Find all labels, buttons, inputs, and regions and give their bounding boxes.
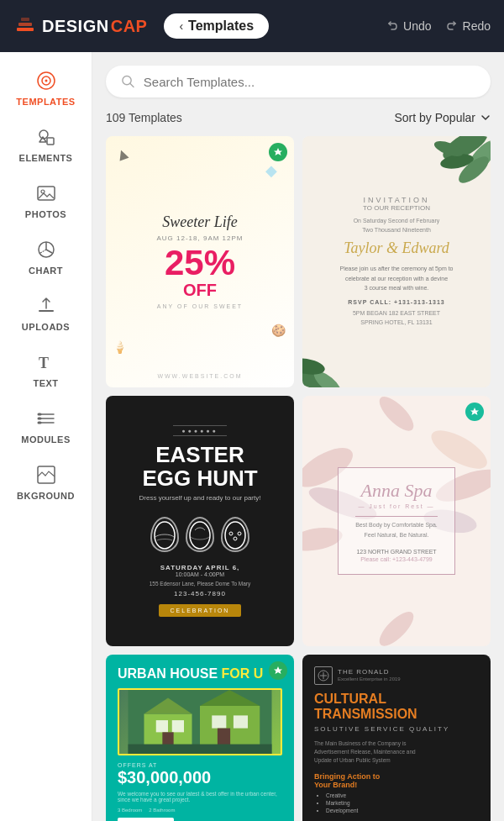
templates-label: TEMPLATES (16, 97, 75, 107)
deco-popsicle: 🍦 (113, 340, 127, 354)
card-1-content: Sweeter Life AUG 12-18, 9AM 12PM 25% OFF… (156, 213, 243, 309)
card-4-address: 123 NORTH GRAND STREET (355, 547, 438, 556)
list-item-marketing: Marketing (326, 800, 479, 806)
uploads-label: UPLOADS (22, 322, 70, 332)
template-card-easter[interactable]: ●●●●●● EASTEREGG HUNT Dress yourself up … (106, 396, 294, 647)
card-4-body: Best Body by Comfortable Spa. Feel Natur… (355, 520, 438, 540)
svg-rect-50 (212, 715, 226, 728)
svg-rect-52 (218, 729, 230, 746)
egg-1 (150, 517, 179, 552)
card-1-footer: WWW.WEBSITE.COM (157, 373, 242, 379)
modules-icon (34, 407, 58, 430)
card-3-top-tag: ●●●●●● (173, 425, 226, 436)
eggs-row (150, 517, 249, 552)
list-item-development: Development (326, 808, 479, 813)
card-1-title: Sweeter Life (156, 213, 243, 231)
invitation-leaves-bottom (302, 337, 386, 387)
sidebar-item-photos[interactable]: PHOTOS (0, 171, 92, 228)
sidebar-item-bkground[interactable]: BKGROUND (0, 453, 92, 509)
invitation-leaves-top (390, 136, 491, 203)
template-card-anna-spa[interactable]: Anna Spa — Just for Rest — Best Body by … (302, 396, 491, 647)
sidebar-item-modules[interactable]: MODULES (0, 397, 92, 453)
chevron-down-icon (480, 113, 491, 123)
svg-rect-11 (39, 310, 54, 312)
sidebar-item-text[interactable]: T TEXT (0, 340, 92, 397)
card-1-sub: ANY OF OUR SWEET (156, 303, 243, 309)
templates-icon (34, 69, 58, 92)
svg-point-5 (45, 80, 47, 82)
card-2-content: Invitation TO OUR RECEPTION On Saturday … (339, 196, 453, 327)
card-3-phone: 123-456-7890 (174, 590, 226, 597)
svg-rect-8 (38, 187, 55, 200)
content-area: 109 Templates Sort by Popular ▲ ◆ 🍦 🍪 (92, 52, 504, 821)
template-grid: ▲ ◆ 🍦 🍪 Sweeter Life AUG 12-18, 9AM 12PM… (106, 136, 491, 821)
card-6-enterprise: Excellent Enterprise in 2019 (338, 676, 401, 683)
back-to-templates-btn[interactable]: ‹ Templates (164, 13, 269, 39)
list-item-creative: Creative (326, 792, 479, 798)
card-2-date-text: On Saturday Second of FebruaryTwo Thousa… (339, 217, 453, 234)
svg-rect-1 (18, 23, 32, 26)
template-card-cultural[interactable]: THE RONALD Excellent Enterprise in 2019 … (302, 655, 491, 821)
card-6-brand-name: THE RONALD (338, 668, 401, 676)
card-6-action: Bringing Action toYour Brand! Creative M… (314, 772, 479, 815)
sidebar-item-chart[interactable]: CHART (0, 228, 92, 284)
card-1-date: AUG 12-18, 9AM 12PM (156, 234, 243, 242)
sidebar: TEMPLATES ELEMENTS PHOTOS (0, 52, 92, 821)
undo-button[interactable]: Undo (386, 19, 431, 33)
photos-label: PHOTOS (25, 209, 66, 219)
logo[interactable]: DESIGNCAP (13, 14, 147, 38)
card-2-invite-heading: Invitation (339, 196, 453, 204)
amenity-bathroom: 2 Bathroom (149, 808, 175, 813)
chart-label: CHART (29, 266, 63, 276)
sidebar-item-templates[interactable]: TEMPLATES (0, 59, 92, 115)
template-card-urban-house[interactable]: URBAN HOUSE FOR U (106, 655, 294, 821)
logo-design-text: DESIGN (42, 17, 109, 36)
sidebar-item-uploads[interactable]: UPLOADS (0, 284, 92, 340)
bkground-label: BKGROUND (17, 491, 75, 501)
card-4-box: Anna Spa — Just for Rest — Best Body by … (338, 467, 455, 575)
sort-button[interactable]: Sort by Popular (395, 111, 491, 124)
egg-2 (186, 517, 214, 552)
chart-icon (34, 238, 58, 261)
svg-point-41 (375, 396, 419, 436)
redo-button[interactable]: Redo (445, 19, 491, 33)
search-bar[interactable] (106, 66, 491, 97)
card-6-brand-info: THE RONALD Excellent Enterprise in 2019 (338, 668, 401, 683)
modules-label: MODULES (21, 434, 71, 445)
template-card-sweeter-life[interactable]: ▲ ◆ 🍦 🍪 Sweeter Life AUG 12-18, 9AM 12PM… (106, 136, 294, 387)
elements-label: ELEMENTS (19, 153, 73, 163)
main-layout: TEMPLATES ELEMENTS PHOTOS (0, 52, 504, 821)
card-6-list: Creative Marketing Development (314, 792, 479, 813)
svg-point-32 (229, 532, 233, 535)
app-header: DESIGNCAP ‹ Templates Undo Redo (0, 0, 504, 52)
card-5-description: We welcome you to see our latest & best … (118, 791, 282, 803)
redo-icon (445, 19, 459, 33)
svg-point-9 (41, 190, 45, 193)
sidebar-item-elements[interactable]: ELEMENTS (0, 115, 92, 171)
text-icon: T (34, 350, 58, 374)
card-3-time: 10:00AM - 4:00PM (176, 571, 224, 577)
svg-point-31 (225, 522, 245, 549)
bkground-icon (34, 463, 58, 487)
pro-badge-spa (465, 403, 484, 421)
card-3-title: EASTEREGG HUNT (142, 443, 257, 491)
template-card-invitation[interactable]: Invitation TO OUR RECEPTION On Saturday … (302, 136, 491, 387)
svg-rect-45 (156, 720, 168, 732)
svg-rect-7 (47, 138, 54, 145)
elements-icon (34, 125, 58, 149)
search-input[interactable] (144, 75, 475, 89)
svg-text:T: T (39, 355, 49, 371)
svg-rect-47 (162, 732, 173, 745)
uploads-icon (34, 294, 58, 318)
photos-icon (34, 182, 58, 205)
card-4-tag: — Just for Rest — (355, 503, 438, 509)
filter-row: 109 Templates Sort by Popular (106, 111, 491, 124)
svg-point-34 (238, 532, 241, 535)
deco-cookie: 🍪 (271, 324, 286, 337)
template-count: 109 Templates (106, 111, 182, 124)
card-4-title: Anna Spa (355, 480, 438, 502)
pro-badge-urban (269, 661, 287, 680)
undo-icon (386, 19, 399, 33)
svg-rect-51 (234, 715, 248, 728)
card-3-button: CELEBRATION (159, 604, 242, 617)
